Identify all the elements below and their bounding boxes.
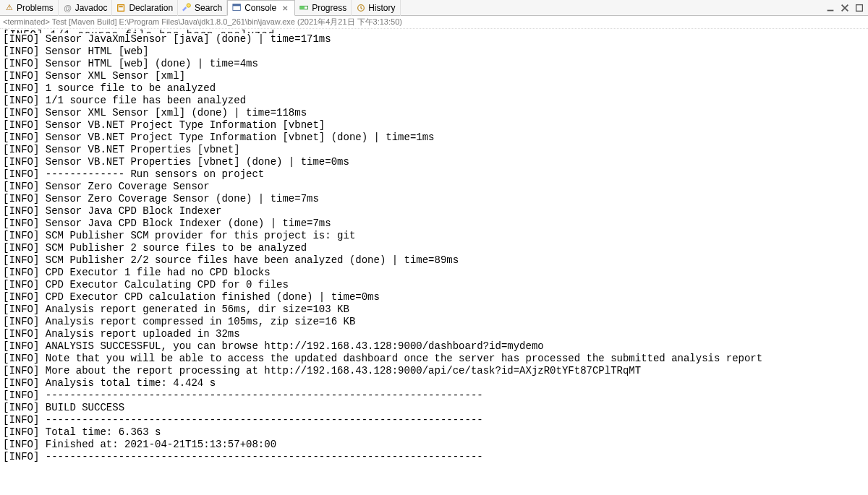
tab-history-label: History — [368, 3, 395, 13]
history-icon — [356, 3, 366, 13]
tab-declaration-label: Declaration — [129, 3, 173, 13]
svg-rect-8 — [827, 9, 834, 11]
tab-declaration[interactable]: Declaration — [112, 0, 178, 16]
javadoc-icon: @ — [63, 3, 73, 13]
problems-icon: ⚠ — [4, 3, 14, 13]
tab-search-label: Search — [195, 3, 222, 13]
svg-rect-6 — [300, 6, 305, 9]
tab-history[interactable]: History — [352, 0, 400, 16]
titlebar-icons — [825, 2, 868, 14]
tab-javadoc[interactable]: @ Javadoc — [59, 0, 113, 16]
tab-problems[interactable]: ⚠ Problems — [0, 0, 59, 16]
maximize-icon[interactable] — [854, 2, 865, 14]
progress-icon — [299, 3, 310, 13]
tab-progress-label: Progress — [312, 3, 346, 13]
declaration-icon — [116, 3, 127, 13]
svg-point-2 — [187, 3, 190, 7]
close-icon[interactable] — [839, 2, 851, 14]
tab-console-label: Console — [244, 3, 276, 13]
svg-rect-4 — [233, 4, 241, 7]
svg-rect-9 — [856, 4, 863, 11]
view-tabbar: ⚠ Problems @ Javadoc Declaration Search … — [0, 0, 868, 16]
svg-rect-1 — [119, 6, 123, 7]
tab-problems-label: Problems — [17, 3, 54, 13]
search-icon — [182, 3, 192, 13]
console-launch-status: <terminated> Test [Maven Build] E:\Progr… — [0, 16, 868, 29]
tab-javadoc-label: Javadoc — [75, 3, 108, 13]
console-icon — [232, 3, 242, 13]
tab-progress[interactable]: Progress — [295, 0, 352, 16]
tab-search[interactable]: Search — [178, 0, 227, 16]
pin-icon[interactable]: ✕ — [280, 3, 290, 13]
console-output[interactable]: [INFO] Sensor JavaXmlSensor [java] (done… — [0, 33, 868, 466]
minimize-icon[interactable] — [825, 2, 836, 14]
tab-console[interactable]: Console ✕ — [227, 0, 295, 16]
svg-rect-0 — [118, 4, 124, 11]
